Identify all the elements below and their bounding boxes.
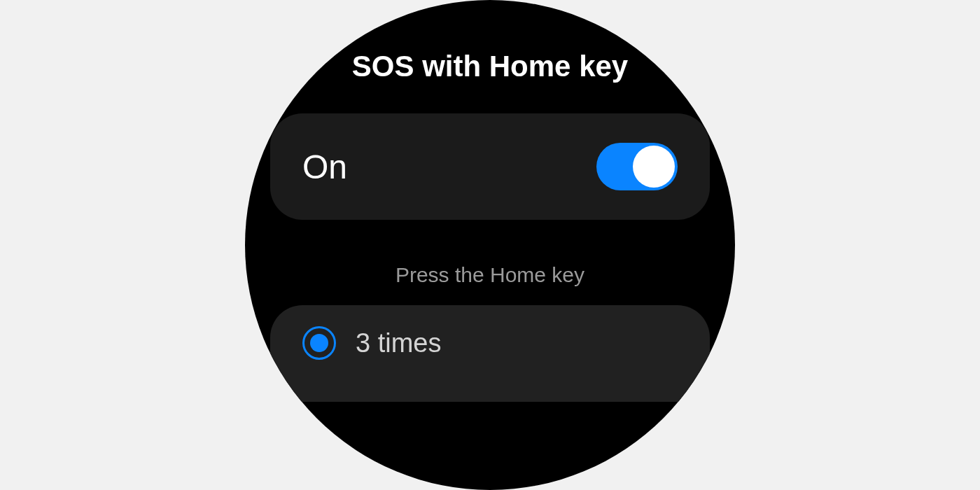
toggle-thumb [633, 146, 675, 188]
radio-inner-dot [310, 334, 328, 352]
sos-toggle-switch[interactable] [596, 143, 678, 190]
section-header: Press the Home key [245, 263, 735, 287]
sos-toggle-row[interactable]: On [270, 113, 710, 220]
page-title: SOS with Home key [245, 49, 735, 84]
option-label: 3 times [356, 328, 441, 358]
watch-face-container: SOS with Home key On Press the Home key … [245, 0, 735, 490]
radio-selected-icon [302, 326, 336, 360]
option-3-times[interactable]: 3 times [270, 305, 710, 402]
toggle-state-label: On [302, 148, 347, 186]
